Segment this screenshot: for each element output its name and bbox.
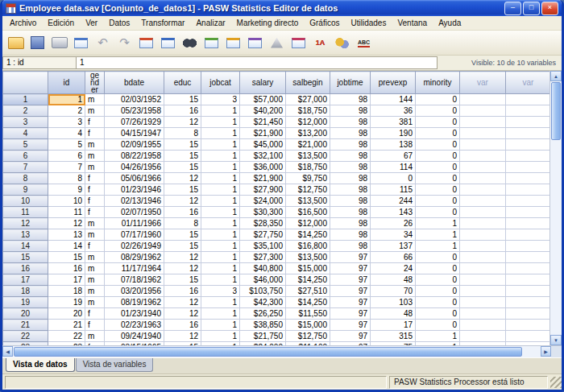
cell[interactable]: 97 bbox=[330, 274, 371, 286]
cell[interactable]: m bbox=[85, 274, 105, 286]
col-var-2[interactable]: var bbox=[506, 72, 550, 94]
cell[interactable]: 98 bbox=[330, 94, 371, 105]
cell[interactable]: 16 bbox=[164, 320, 201, 331]
cell[interactable]: $16,500 bbox=[286, 207, 330, 218]
cell[interactable]: 1 bbox=[201, 218, 240, 229]
cell[interactable]: $12,000 bbox=[286, 218, 330, 229]
cell[interactable]: 0 bbox=[416, 263, 460, 274]
cell[interactable]: f bbox=[85, 241, 105, 252]
cell[interactable] bbox=[506, 286, 550, 297]
menu-item-ventana[interactable]: Ventana bbox=[392, 17, 433, 29]
col-educ[interactable]: educ bbox=[164, 72, 201, 94]
cell[interactable]: 70 bbox=[371, 286, 416, 297]
cell[interactable]: 19 bbox=[48, 297, 85, 308]
cell[interactable]: 07/18/1962 bbox=[105, 274, 164, 286]
cell[interactable] bbox=[460, 128, 506, 139]
cell[interactable]: 08/22/1958 bbox=[105, 151, 164, 162]
menu-item-analizar[interactable]: Analizar bbox=[190, 17, 230, 29]
cell[interactable]: $14,250 bbox=[286, 297, 330, 308]
cell[interactable]: 01/11/1966 bbox=[105, 218, 164, 229]
value-labels-icon[interactable] bbox=[310, 33, 330, 53]
row-header[interactable]: 12 bbox=[3, 218, 48, 229]
vertical-scroll-thumb[interactable] bbox=[551, 82, 561, 140]
cell[interactable] bbox=[460, 162, 506, 173]
cell[interactable]: 5 bbox=[48, 139, 85, 151]
cell[interactable]: 1 bbox=[201, 128, 240, 139]
cell[interactable]: f bbox=[85, 117, 105, 128]
resize-grip[interactable] bbox=[550, 377, 562, 388]
recall-dialogs-icon[interactable] bbox=[71, 33, 91, 53]
cell[interactable]: 103 bbox=[371, 297, 416, 308]
cell[interactable]: 1 bbox=[416, 331, 460, 342]
row-header[interactable]: 11 bbox=[3, 207, 48, 218]
cell[interactable]: 02/23/1963 bbox=[105, 320, 164, 331]
cell[interactable]: 24 bbox=[371, 263, 416, 274]
cell[interactable]: 17 bbox=[371, 320, 416, 331]
cell[interactable] bbox=[460, 139, 506, 151]
cell[interactable]: 22 bbox=[48, 331, 85, 342]
cell[interactable] bbox=[460, 274, 506, 286]
col-prevexp[interactable]: prevexp bbox=[371, 72, 416, 94]
cell[interactable] bbox=[506, 105, 550, 117]
cell[interactable]: $21,000 bbox=[286, 139, 330, 151]
cell[interactable]: 15 bbox=[164, 229, 201, 241]
insert-cases-icon[interactable] bbox=[201, 33, 222, 53]
row-header[interactable]: 13 bbox=[3, 229, 48, 241]
cell[interactable]: $21,900 bbox=[240, 173, 286, 184]
cell[interactable]: $13,500 bbox=[286, 151, 330, 162]
cell[interactable] bbox=[460, 331, 506, 342]
cell[interactable]: m bbox=[85, 331, 105, 342]
row-header[interactable]: 22 bbox=[3, 331, 48, 342]
cell[interactable]: 1 bbox=[201, 331, 240, 342]
cell[interactable] bbox=[506, 218, 550, 229]
cell[interactable]: 05/06/1966 bbox=[105, 173, 164, 184]
cell[interactable]: $35,100 bbox=[240, 241, 286, 252]
cell[interactable]: 3 bbox=[48, 117, 85, 128]
menu-item-transformar[interactable]: Transformar bbox=[135, 17, 190, 29]
cell[interactable]: 0 bbox=[416, 320, 460, 331]
cell[interactable]: m bbox=[85, 94, 105, 105]
cell[interactable]: 18 bbox=[48, 286, 85, 297]
cell[interactable]: 115 bbox=[371, 184, 416, 196]
cell[interactable] bbox=[506, 207, 550, 218]
cell[interactable]: 97 bbox=[330, 286, 371, 297]
menu-item-graficos[interactable]: Gráficos bbox=[304, 17, 345, 29]
cell[interactable]: $27,510 bbox=[286, 286, 330, 297]
cell[interactable] bbox=[506, 128, 550, 139]
cell[interactable]: 02/26/1949 bbox=[105, 241, 164, 252]
cell[interactable]: 15 bbox=[164, 139, 201, 151]
cell[interactable]: 1 bbox=[201, 184, 240, 196]
row-header[interactable]: 15 bbox=[3, 252, 48, 263]
cell[interactable]: 01/23/1946 bbox=[105, 184, 164, 196]
cell[interactable]: 15 bbox=[164, 274, 201, 286]
cell[interactable] bbox=[460, 218, 506, 229]
scroll-right-icon[interactable]: ▶ bbox=[541, 346, 551, 357]
row-header[interactable]: 10 bbox=[3, 196, 48, 207]
cell[interactable]: f bbox=[85, 320, 105, 331]
weight-cases-icon[interactable] bbox=[267, 33, 287, 53]
cell[interactable]: 16 bbox=[164, 207, 201, 218]
cell[interactable]: 08/29/1962 bbox=[105, 252, 164, 263]
cell[interactable]: 15 bbox=[164, 241, 201, 252]
cell[interactable]: 8 bbox=[164, 218, 201, 229]
cell[interactable]: 1 bbox=[201, 207, 240, 218]
cell[interactable]: m bbox=[85, 105, 105, 117]
row-header[interactable]: 9 bbox=[3, 184, 48, 196]
cell[interactable]: m bbox=[85, 229, 105, 241]
spell-check-icon[interactable] bbox=[354, 33, 374, 53]
cell[interactable] bbox=[460, 151, 506, 162]
cell[interactable]: 1 bbox=[201, 105, 240, 117]
cell[interactable] bbox=[460, 320, 506, 331]
cell[interactable]: $12,000 bbox=[286, 117, 330, 128]
cell[interactable]: 48 bbox=[371, 308, 416, 320]
split-file-icon[interactable] bbox=[245, 33, 265, 53]
cell[interactable]: 1 bbox=[48, 94, 85, 105]
cell[interactable]: $16,800 bbox=[286, 241, 330, 252]
cell[interactable]: 8 bbox=[48, 173, 85, 184]
cell[interactable]: 97 bbox=[330, 320, 371, 331]
cell[interactable]: 1 bbox=[201, 162, 240, 173]
col-minority[interactable]: minority bbox=[416, 72, 460, 94]
cell[interactable]: 15 bbox=[164, 94, 201, 105]
cell[interactable]: f bbox=[85, 184, 105, 196]
menu-item-marketing-directo[interactable]: Marketing directo bbox=[231, 17, 305, 29]
